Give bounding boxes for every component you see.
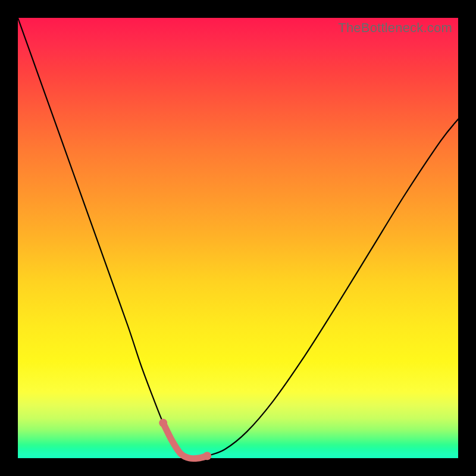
curve-layer xyxy=(18,18,458,458)
highlight-endpoint xyxy=(159,419,167,427)
chart-frame: TheBottleneck.com xyxy=(0,0,476,476)
bottleneck-curve xyxy=(18,18,458,459)
optimal-range-highlight xyxy=(163,423,207,459)
highlight-endpoint xyxy=(203,452,211,460)
plot-area: TheBottleneck.com xyxy=(18,18,458,458)
